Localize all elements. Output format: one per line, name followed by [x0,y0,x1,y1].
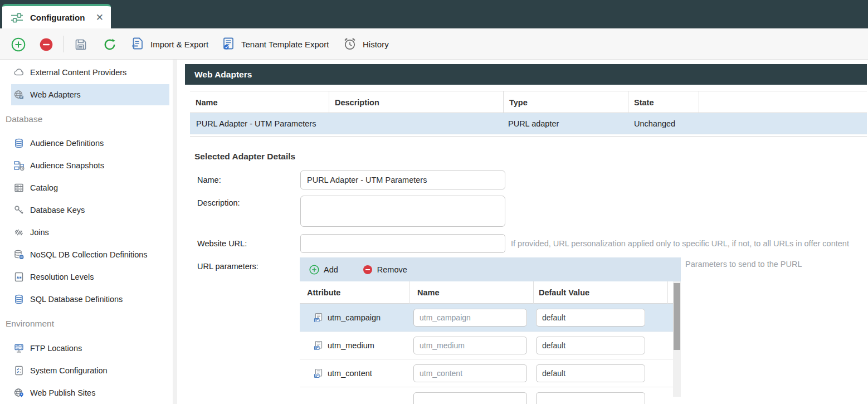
database-icon [13,138,25,149]
details-heading: Selected Adapter Details [194,152,295,162]
add-parameter-button[interactable]: Add [309,265,338,275]
name-label: Name: [197,176,221,184]
param-default-value-input[interactable] [536,309,645,327]
sidebar-item-label: Resolution Levels [30,272,94,281]
column-header-name[interactable]: Name [190,91,329,114]
params-table-header: Attribute Name Default Value [300,281,681,304]
sidebar-scrollbar[interactable] [173,60,177,404]
sidebar-item-label: FTP Locations [30,344,82,353]
column-header-description[interactable]: Description [329,91,503,114]
tab-configuration[interactable]: Configuration ✕ [2,4,111,28]
param-default-value-input[interactable] [536,364,645,382]
import-export-label: Import & Export [150,40,208,49]
sidebar-item-audience-snapshots[interactable]: Audience Snapshots [0,154,173,177]
column-header-state[interactable]: State [628,91,699,114]
column-header-param-name[interactable]: Name [409,281,533,304]
description-field[interactable] [300,196,505,227]
sidebar-item-audience-definitions[interactable]: Audience Definitions [0,132,173,154]
param-row-utm-content[interactable]: utm_content [300,359,673,387]
name-field[interactable] [300,171,505,189]
param-row-partial[interactable] [300,387,673,404]
remove-circle-icon [363,265,373,275]
attribute-label: utm_medium [328,332,374,359]
sidebar-section-database: Database [0,106,173,132]
attribute-icon [314,368,324,378]
column-header-default-value[interactable]: Default Value [533,281,667,304]
sidebar-section-environment: Environment [0,310,173,337]
ftp-server-icon [13,343,25,354]
attribute-label: utm_campaign [328,304,381,332]
key-icon [13,205,25,216]
globe-icon [13,89,25,100]
joins-icon [13,227,25,238]
history-button[interactable]: History [342,36,389,52]
toolbar-divider [63,36,64,52]
sidebar-item-sql-database-definitions[interactable]: SQL Database Definitions [0,288,173,310]
sidebar-item-web-publish-sites[interactable]: Web Publish Sites [0,382,173,404]
tenant-template-export-icon [221,36,236,52]
param-name-input[interactable] [413,364,527,382]
sidebar-item-web-adapters[interactable]: Web Adapters [0,84,173,106]
import-export-button[interactable]: Import & Export [130,36,208,52]
sidebar-item-label: Audience Definitions [30,139,104,148]
remove-label: Remove [377,265,407,274]
sidebar-item-nosql-db-collection-definitions[interactable]: NoSQL DB Collection Definitions [0,244,173,266]
sidebar-item-label: Database Keys [30,206,85,215]
url-parameters-table: Attribute Name Default Value utm_campaig… [300,281,681,404]
sidebar-item-external-content-providers[interactable]: External Content Providers [0,61,173,84]
remove-circle-icon[interactable] [39,37,53,52]
cloud-icon [13,67,25,78]
column-header-attribute[interactable]: Attribute [300,281,409,304]
website-url-field[interactable] [300,234,505,253]
top-bar: Configuration ✕ [0,0,868,28]
website-url-label: Website URL: [197,239,247,248]
sidebar-item-label: External Content Providers [30,68,126,77]
param-name-input[interactable] [413,392,527,404]
params-scrollbar-track[interactable] [673,281,681,397]
url-parameters-panel: Add Remove Attribute Name Default Value [300,257,681,404]
param-name-input[interactable] [413,309,527,327]
checklist-icon [13,365,25,376]
sidebar-item-joins[interactable]: Joins [0,221,173,244]
sidebar-item-resolution-levels[interactable]: Resolution Levels [0,266,173,288]
sidebar-item-label: Web Publish Sites [30,388,95,397]
sql-database-icon [13,294,25,305]
sidebar-item-database-keys[interactable]: Database Keys [0,199,173,221]
adapter-row-selected[interactable]: PURL Adapter - UTM Parameters PURL adapt… [190,113,867,134]
param-name-input[interactable] [413,337,527,354]
panel-title: Web Adapters [194,70,252,80]
add-circle-icon [309,265,319,275]
sidebar-item-label: Joins [30,228,49,237]
add-label: Add [324,265,338,274]
sidebar-item-label: SQL Database Definitions [30,295,123,304]
params-scrollbar-thumb[interactable] [674,283,680,350]
sidebar: External Content Providers Web Adapters … [0,60,173,404]
adapters-table-header: Name Description Type State [190,91,867,113]
description-label: Description: [197,198,240,207]
toolbar: Import & Export Tenant Template Export [0,28,868,60]
nosql-db-icon [13,249,25,260]
sidebar-item-label: System Configuration [30,366,108,375]
sidebar-item-ftp-locations[interactable]: FTP Locations [0,337,173,359]
param-row-utm-campaign[interactable]: utm_campaign [300,304,673,332]
resolution-levels-icon [13,271,25,283]
catalog-icon [13,182,25,193]
add-circle-icon[interactable] [11,37,26,52]
param-row-utm-medium[interactable]: utm_medium [300,332,673,359]
history-label: History [363,40,389,49]
close-icon[interactable]: ✕ [96,13,104,22]
param-default-value-input[interactable] [536,392,645,404]
sidebar-item-label: Web Adapters [30,90,81,99]
save-icon[interactable] [74,37,88,52]
sidebar-item-label: Audience Snapshots [30,161,104,170]
refresh-icon[interactable] [103,37,117,52]
attribute-icon [314,340,324,351]
remove-parameter-button[interactable]: Remove [363,265,407,275]
sidebar-item-catalog[interactable]: Catalog [0,177,173,199]
adapters-table-bottom-border [190,136,867,137]
configuration-screen: Configuration ✕ [0,0,868,404]
tenant-template-export-button[interactable]: Tenant Template Export [221,36,329,52]
sidebar-item-system-configuration[interactable]: System Configuration [0,359,173,382]
column-header-type[interactable]: Type [503,91,628,114]
param-default-value-input[interactable] [536,337,645,354]
